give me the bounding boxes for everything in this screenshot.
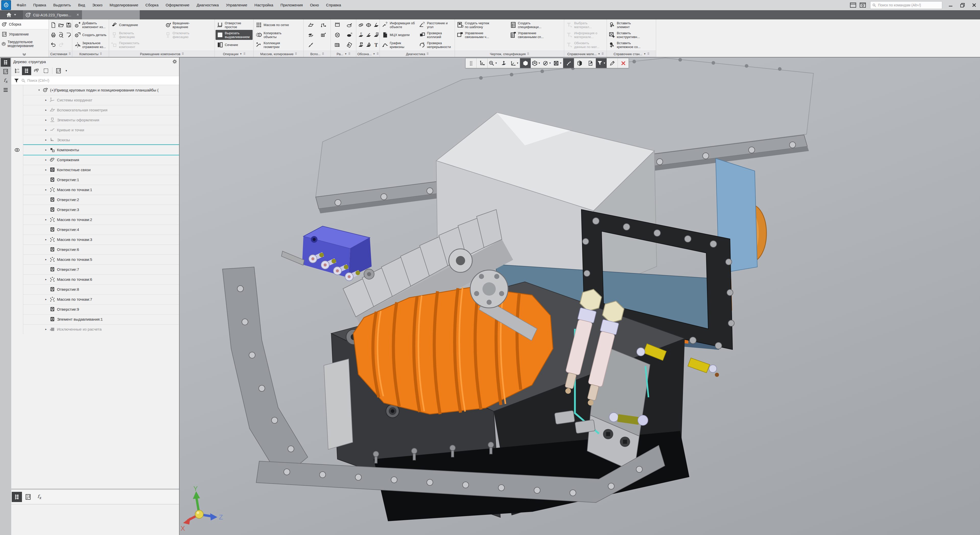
tree-expand-arrow[interactable]: ▸ [44,158,48,161]
panel-switcher-Управление[interactable]: Управление [0,29,49,39]
menu-Сборка[interactable]: Сборка [142,0,162,10]
ribbon-icon-button-cyl-axis[interactable] [365,21,372,29]
menu-Выделить[interactable]: Выделить [50,0,75,10]
command-search-input[interactable] [878,3,940,7]
ribbon-group-label[interactable]: Справочник мате...▼⠿ [564,51,606,57]
viewport-tool-vt-wirecube[interactable]: ▼ [531,58,541,68]
ribbon-group-label[interactable]: Массив, копирование⠿ [254,51,304,57]
tree-expand-arrow[interactable]: ▾ [37,88,41,92]
ribbon-button-linked-specs[interactable]: Управление связанными сп... [509,30,563,40]
tree-search-input[interactable] [27,78,179,83]
ribbon-button-move-component[interactable]: Переместить компонент [110,40,164,50]
tree-row-Отверстие:9[interactable]: Отверстие:9 [11,304,179,314]
bottom-tab-panel-tree[interactable] [12,492,22,502]
ribbon-button-array-grid[interactable]: Массив по сетке [255,20,303,30]
tree-tool-t-sel[interactable] [41,67,51,75]
ribbon-group-label[interactable]: Обозна...▼⠿ [356,51,380,57]
ribbon-button-cut-extrude[interactable]: Вырезать выдавливанием [216,30,253,40]
tree-row-Кривые и точки[interactable]: ▸Кривые и точки [11,125,179,135]
tree-expand-arrow[interactable]: ▸ [44,218,48,221]
chevron-down-icon[interactable]: ▼ [549,62,551,64]
tree-row-Массив по точкам:7[interactable]: ▸Массив по точкам:7 [11,295,179,304]
gear-icon[interactable] [172,59,177,64]
tree-row-Вспомогательная геометрия[interactable]: ▸Вспомогательная геометрия [11,105,179,115]
ribbon-icon-button-open[interactable] [57,21,65,29]
ribbon-button-continuity[interactable]: ?Проверка непрерывности [418,40,454,50]
group-handle-icon[interactable]: ⠿ [348,52,350,56]
tree-expand-arrow[interactable]: ▸ [44,148,48,151]
ribbon-button-hole-simple[interactable]: Отверстие простое [216,20,253,30]
tree-tool-t-check[interactable] [54,67,63,75]
panel-switcher-more[interactable] [0,53,49,57]
ribbon-button-mate-coincide[interactable]: Совпадение [110,20,164,30]
ribbon-button-create-spec[interactable]: Создать спецификаци... [509,20,563,30]
group-handle-icon[interactable]: ⠿ [68,52,70,56]
ribbon-icon-button-dim-frame[interactable] [334,21,341,29]
tree-row-(+)Привод круговых подач и позиционирования планшайбы ([interactable]: ▾(+)Привод круговых подач и позициониров… [11,85,179,95]
menu-Эскиз[interactable]: Эскиз [89,0,106,10]
chevron-down-icon[interactable]: ▼ [603,62,606,64]
group-handle-icon[interactable]: ⠿ [601,52,603,56]
chevron-down-icon[interactable]: ▼ [65,70,67,72]
panel-switcher-Сборка[interactable]: Сборка [0,19,49,29]
group-handle-icon[interactable]: ⠿ [647,52,649,56]
bottom-tab-panel-check[interactable] [23,492,33,502]
side-strip-panel-fx[interactable]: fx [1,76,11,85]
tree-expand-arrow[interactable]: ▸ [44,188,48,191]
command-search[interactable] [870,1,942,9]
ribbon-button-curvature[interactable]: График кривизны [380,40,418,50]
menu-Управление[interactable]: Управление [223,0,251,10]
viewport-tool-vt-picker[interactable] [607,58,617,68]
tree-row-Отверстие:6[interactable]: Отверстие:6 [11,245,179,255]
menu-Настройка[interactable]: Настройка [251,0,277,10]
ribbon-button-fix-off[interactable]: Отключить фиксацию [164,30,214,40]
tree-row-Контекстные связи[interactable]: ▸Контекстные связи [11,165,179,175]
side-strip-panel-menu[interactable] [1,86,11,94]
tree-row-Массив по точкам:5[interactable]: ▸Массив по точкам:5 [11,255,179,264]
tree-expand-arrow[interactable]: ▸ [44,128,48,132]
ribbon-button-section[interactable]: Сечение [216,40,253,50]
ribbon-button-copy-objects[interactable]: Копировать объекты [255,30,303,40]
ribbon-icon-button-knurl[interactable] [357,21,365,29]
tree-row-Отверстие:2[interactable]: Отверстие:2 [11,195,179,205]
ribbon-icon-button-undo[interactable] [49,41,57,49]
chevron-down-icon[interactable]: ▼ [495,62,497,64]
ribbon-icon-button-axis-points[interactable] [307,41,315,49]
ribbon-button-mass-props[interactable]: МЦХ модели [380,30,418,40]
tree-tool-t-struct[interactable] [22,67,31,75]
ribbon-group-label[interactable]: Ра...▼⠿ [331,51,356,57]
ribbon-icon-button-save-as[interactable] [65,31,73,39]
home-button[interactable] [0,10,22,19]
tree-expand-arrow[interactable]: ▸ [44,99,48,102]
tree-row-Исключенные из расчета[interactable]: ▸Исключенные из расчета [11,324,179,334]
viewport-tool-vt-cube[interactable] [520,58,531,68]
tree-row-Массив по точкам:2[interactable]: ▸Массив по точкам:2 [11,215,179,225]
ribbon-group-label[interactable]: Вспо...⠿ [304,51,331,57]
ribbon-icon-button-new-doc[interactable] [49,21,57,29]
tree-row-Отверстие:7[interactable]: Отверстие:7 [11,264,179,274]
chevron-down-icon[interactable]: ▼ [538,62,541,64]
group-handle-icon[interactable]: ⠿ [377,52,379,56]
tree-expand-arrow[interactable]: ▸ [44,168,48,172]
viewport-tool-vt-lcs[interactable] [477,58,487,68]
menu-Приложения[interactable]: Приложения [277,0,307,10]
tree-expand-arrow[interactable]: ▸ [44,328,48,331]
group-handle-icon[interactable]: ⠿ [322,52,324,56]
ribbon-icon-button-lcs[interactable] [320,31,327,39]
tree-row-Массив по точкам:3[interactable]: ▸Массив по точкам:3 [11,234,179,245]
group-handle-icon[interactable]: ⠿ [181,52,184,56]
ribbon-button-mate-rotation[interactable]: Вращение- вращение [164,20,214,30]
viewport-tool-vt-points[interactable] [563,58,574,68]
ribbon-icon-button-redo[interactable] [57,41,65,49]
ribbon-icon-button-plane-flag[interactable] [357,41,365,49]
viewport-3d[interactable]: X Y Z ▼▼▼▼▼▼ [180,57,980,535]
tree-row-Отверстие:3[interactable]: Отверстие:3 [11,205,179,215]
menu-Правка[interactable]: Правка [30,0,50,10]
ribbon-button-distance-angle[interactable]: ?Расстояние и угол [418,20,454,30]
tree-row-Отверстие:1[interactable]: Отверстие:1 [11,175,179,185]
tree-expand-arrow[interactable]: ▸ [44,118,48,122]
ribbon-icon-button-stamp-a[interactable]: A [372,31,380,39]
tree-row-Массив по точкам:6[interactable]: ▸Массив по точкам:6 [11,274,179,284]
tree-search[interactable] [11,76,179,85]
tree-row-Элемент выдавливания:1[interactable]: Элемент выдавливания:1 [11,314,179,324]
